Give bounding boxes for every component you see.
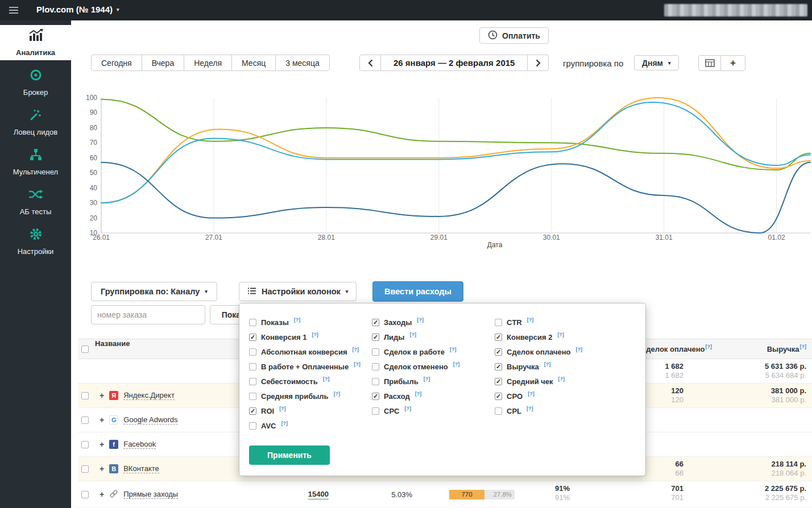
help-icon[interactable]: [?] [450, 347, 457, 352]
preset-week[interactable]: Неделя [184, 55, 232, 71]
help-icon[interactable]: [?] [528, 391, 535, 397]
column-option[interactable]: ✓Средний чек[?] [495, 374, 615, 389]
enter-expenses-button[interactable]: Ввести расходы [372, 281, 463, 302]
help-icon[interactable]: [?] [558, 376, 565, 382]
column-option[interactable]: ✓Заходы[?] [372, 315, 492, 330]
help-icon[interactable]: [?] [557, 332, 564, 338]
sidebar-item-settings[interactable]: Настройки [0, 224, 71, 259]
channel-link[interactable]: ВКонтакте [123, 464, 159, 473]
sidebar-item-analytics[interactable]: Аналитика [0, 25, 71, 60]
help-icon[interactable]: [?] [527, 406, 533, 411]
column-option[interactable]: AVC[?] [249, 418, 370, 433]
preset-today[interactable]: Сегодня [91, 55, 142, 71]
account-menu-redacted[interactable] [664, 4, 807, 16]
help-icon[interactable]: [?] [706, 344, 712, 349]
checkbox[interactable] [495, 319, 502, 326]
project-switcher[interactable]: Plov.com (№ 1944) ▾ [36, 5, 119, 14]
column-settings-dropdown[interactable]: Настройки колонок ▾ [239, 282, 357, 301]
column-option[interactable]: CPC[?] [372, 403, 492, 418]
preset-month[interactable]: Месяц [231, 55, 276, 71]
help-icon[interactable]: [?] [279, 406, 286, 411]
help-icon[interactable]: [?] [424, 376, 430, 382]
sidebar-toggle-icon[interactable] [8, 6, 19, 17]
expand-row-button[interactable]: + [100, 440, 104, 449]
checkbox[interactable] [372, 363, 379, 370]
checkbox[interactable]: ✓ [495, 378, 502, 385]
help-icon[interactable]: [?] [576, 347, 583, 352]
next-period-button[interactable] [527, 55, 549, 71]
row-checkbox[interactable] [81, 392, 89, 399]
checkbox[interactable]: ✓ [249, 407, 256, 415]
column-option[interactable]: CPL[?] [495, 403, 615, 418]
expand-row-button[interactable]: + [100, 391, 104, 400]
checkbox[interactable]: ✓ [372, 393, 379, 400]
column-option[interactable]: ✓CPO[?] [495, 389, 615, 403]
help-icon[interactable]: [?] [404, 406, 411, 411]
group-by-channel-dropdown[interactable]: Группировка по: Каналу ▾ [91, 282, 217, 301]
help-icon[interactable]: [?] [353, 347, 359, 352]
expand-row-button[interactable]: + [100, 490, 104, 499]
checkbox[interactable] [495, 407, 502, 415]
channel-link[interactable]: Прямые заходы [123, 490, 178, 499]
grouping-dropdown[interactable]: Дням ▾ [634, 55, 679, 70]
pay-button[interactable]: Оплатить [479, 27, 549, 44]
row-checkbox[interactable] [81, 465, 89, 473]
checkbox[interactable] [249, 348, 256, 356]
preset-3months[interactable]: 3 месяца [275, 55, 329, 71]
help-icon[interactable]: [?] [281, 420, 288, 426]
column-option[interactable]: Показы[?] [249, 315, 370, 330]
checkbox[interactable]: ✓ [495, 334, 502, 341]
apply-button[interactable]: Применить [249, 445, 330, 465]
sidebar-item-ab-tests[interactable]: АБ тесты [0, 184, 71, 219]
sidebar-item-multichannel[interactable]: Мультиченел [0, 144, 71, 180]
checkbox[interactable] [372, 407, 379, 415]
visits-value-link[interactable]: 15400 [308, 490, 329, 499]
column-option[interactable]: Себестоимость[?] [249, 374, 370, 389]
column-option[interactable]: ✓Сделок оплачено[?] [495, 344, 615, 359]
column-option[interactable]: ✓Лиды[?] [372, 330, 492, 344]
checkbox[interactable] [372, 378, 379, 385]
column-option[interactable]: ✓Конверсия 1[?] [249, 330, 370, 344]
help-icon[interactable]: [?] [354, 361, 361, 367]
help-icon[interactable]: [?] [294, 317, 301, 323]
column-option[interactable]: ✓Расход[?] [372, 389, 492, 403]
order-number-input[interactable] [91, 305, 205, 324]
help-icon[interactable]: [?] [800, 344, 807, 349]
help-icon[interactable]: [?] [527, 317, 534, 323]
checkbox[interactable]: ✓ [372, 334, 379, 341]
help-icon[interactable]: [?] [544, 361, 551, 367]
help-icon[interactable]: [?] [453, 361, 460, 367]
checkbox[interactable] [372, 348, 379, 356]
select-all-checkbox[interactable] [81, 345, 89, 353]
add-button[interactable]: + [720, 55, 745, 71]
sidebar-item-lead-catcher[interactable]: Ловец лидов [0, 105, 71, 140]
checkbox[interactable] [249, 378, 256, 385]
column-option[interactable]: ✓Выручка[?] [495, 359, 615, 374]
help-icon[interactable]: [?] [312, 332, 318, 338]
checkbox[interactable]: ✓ [495, 348, 502, 356]
preset-yesterday[interactable]: Вчера [142, 55, 185, 71]
expand-row-button[interactable]: + [100, 464, 104, 473]
help-icon[interactable]: [?] [415, 391, 422, 397]
column-option[interactable]: Сделок отменено[?] [372, 359, 492, 374]
column-option[interactable]: ✓Конверсия 2[?] [495, 330, 615, 344]
checkbox[interactable] [249, 319, 256, 326]
column-option[interactable]: Сделок в работе[?] [372, 344, 492, 359]
row-checkbox[interactable] [81, 441, 89, 448]
sidebar-item-broker[interactable]: Брокер [0, 65, 71, 100]
prev-period-button[interactable] [359, 55, 381, 71]
checkbox[interactable] [249, 363, 256, 370]
channel-link[interactable]: Яндекс.Директ [123, 391, 175, 400]
expand-row-button[interactable]: + [100, 415, 104, 424]
channel-link[interactable]: Facebook [123, 440, 156, 449]
column-option[interactable]: ✓ROI[?] [249, 403, 370, 418]
checkbox[interactable] [249, 422, 256, 430]
column-option[interactable]: В работе + Оплаченные[?] [249, 359, 370, 374]
help-icon[interactable]: [?] [334, 391, 341, 397]
column-option[interactable]: Средняя прибыль[?] [249, 389, 370, 403]
help-icon[interactable]: [?] [323, 376, 330, 382]
row-checkbox[interactable] [81, 491, 89, 498]
column-option[interactable]: Прибыль[?] [372, 374, 492, 389]
row-checkbox[interactable] [81, 417, 89, 424]
checkbox[interactable]: ✓ [249, 334, 256, 341]
